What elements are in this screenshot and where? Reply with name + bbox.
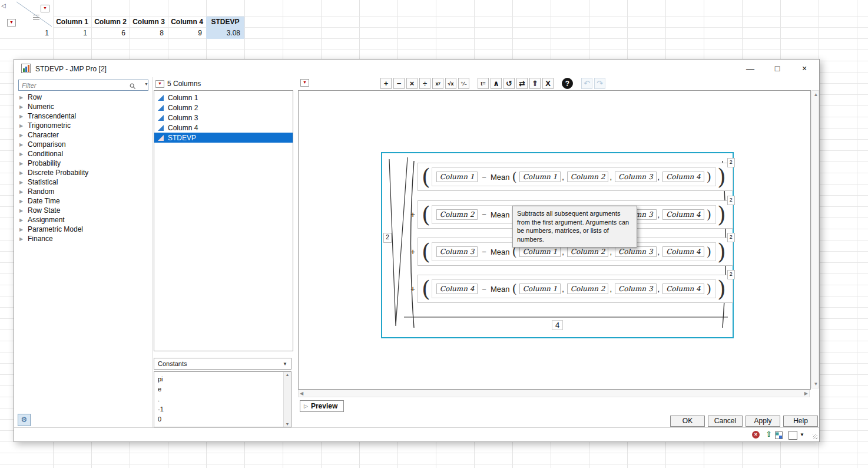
category-random[interactable]: ▶Random <box>19 187 88 196</box>
disclosure-icon[interactable]: ▶ <box>19 142 28 147</box>
sign-toggle-button[interactable]: ⁺∕₋ <box>458 78 469 89</box>
cell[interactable]: 6 <box>91 28 130 39</box>
formula-term-row[interactable]: ( Column 1 − Mean ( Column 1, Column 2, … <box>418 163 733 191</box>
disclosure-icon[interactable]: ▶ <box>19 114 28 119</box>
column-header[interactable]: Column 4 <box>168 17 206 28</box>
category-trigonometric[interactable]: ▶Trigonometric <box>19 121 88 130</box>
cell[interactable]: 8 <box>130 28 168 39</box>
constant-item[interactable]: 0 <box>154 414 291 424</box>
horizontal-scrollbar[interactable]: ◀ ▶ <box>298 390 810 397</box>
exponent-box[interactable]: 2 <box>727 233 735 242</box>
scroll-up-icon[interactable]: ▲ <box>813 92 819 97</box>
mean-function[interactable]: Mean <box>491 210 510 219</box>
mean-function[interactable]: Mean <box>491 285 510 294</box>
category-character[interactable]: ▶Character <box>19 130 88 140</box>
column-item[interactable]: Column 1 <box>154 93 293 103</box>
help-button[interactable]: Help <box>783 416 818 427</box>
scroll-up-icon[interactable]: ▲ <box>284 373 291 377</box>
disclosure-icon[interactable]: ▶ <box>19 104 28 110</box>
category-finance[interactable]: ▶Finance <box>19 234 88 243</box>
root-button[interactable]: √x <box>445 78 456 89</box>
column-item[interactable]: Column 4 <box>154 123 293 133</box>
category-conditional[interactable]: ▶Conditional <box>19 149 88 159</box>
cell[interactable]: 9 <box>168 28 206 39</box>
mean-function[interactable]: Mean <box>491 173 510 182</box>
column-ref[interactable]: Column 4 <box>662 246 704 257</box>
power-button[interactable]: xʸ <box>432 78 443 89</box>
category-statistical[interactable]: ▶Statistical <box>19 177 88 187</box>
scroll-left-icon[interactable]: ◀ <box>300 391 303 396</box>
undo-button[interactable]: ↶ <box>581 78 592 89</box>
disclosure-icon[interactable]: ▶ <box>19 133 28 138</box>
column-ref[interactable]: Column 3 <box>615 284 657 294</box>
minimize-button[interactable]: — <box>737 60 764 77</box>
column-ref[interactable]: Column 2 <box>567 172 609 182</box>
category-parametric-model[interactable]: ▶Parametric Model <box>19 225 88 234</box>
upload-icon[interactable]: ⇧ <box>766 430 772 439</box>
rows-menu-icon[interactable]: ▼ <box>7 19 16 27</box>
subtract-expression[interactable]: Column 4 − Mean ( Column 1, Column 2, Co… <box>432 279 716 298</box>
switch-terms-button[interactable]: ⇄ <box>516 78 528 89</box>
column-ref[interactable]: Column 4 <box>436 284 478 294</box>
add-button[interactable]: + <box>380 78 392 89</box>
formula-selection-box[interactable]: 2 ( Column 1 − Mean ( Column 1, Column 2… <box>381 152 734 338</box>
denominator[interactable]: 4 <box>552 320 563 330</box>
columns-menu-icon[interactable]: ▼ <box>155 80 164 88</box>
disclosure-icon[interactable]: ▶ <box>19 161 28 166</box>
cell-selected[interactable]: 3.08 <box>206 28 244 39</box>
subtract-expression[interactable]: Column 1 − Mean ( Column 1, Column 2, Co… <box>432 167 716 186</box>
filter-input[interactable] <box>18 80 148 91</box>
column-ref[interactable]: Column 3 <box>436 246 478 257</box>
redo-button[interactable]: ↷ <box>594 78 605 89</box>
exponent-box[interactable]: 2 <box>727 158 735 167</box>
delete-button[interactable]: X <box>542 78 554 89</box>
columns-panel-icon[interactable] <box>33 15 39 20</box>
column-ref[interactable]: Column 1 <box>519 172 561 182</box>
category-numeric[interactable]: ▶Numeric <box>19 102 88 111</box>
status-dropdown-icon[interactable]: ▼ <box>800 432 804 437</box>
scroll-down-icon[interactable]: ▼ <box>813 381 819 387</box>
exponent-box[interactable]: 2 <box>727 196 735 205</box>
filter-dropdown-icon[interactable]: ▼ <box>144 82 148 86</box>
scrollbar[interactable]: ▲ ▼ <box>283 372 291 427</box>
dialog-titlebar[interactable]: STDEVP - JMP Pro [2] — □ × <box>14 60 819 77</box>
column-header-selected[interactable]: STDEVP <box>206 17 244 28</box>
column-header[interactable]: Column 1 <box>53 17 91 28</box>
formula-menu-icon[interactable]: ▼ <box>300 79 309 87</box>
disclosure-icon[interactable]: ▶ <box>19 189 28 195</box>
column-ref[interactable]: Column 3 <box>615 246 657 257</box>
column-ref[interactable]: Column 2 <box>567 284 609 294</box>
disclosure-icon[interactable]: ▶ <box>19 227 28 232</box>
category-transcendental[interactable]: ▶Transcendental <box>19 111 88 121</box>
status-box-icon[interactable] <box>789 431 797 440</box>
scroll-down-icon[interactable]: ▼ <box>284 422 291 426</box>
disclosure-icon[interactable]: ▶ <box>19 217 28 223</box>
column-ref[interactable]: Column 4 <box>662 172 704 182</box>
exponent-box[interactable]: 2 <box>727 270 735 279</box>
preview-toggle[interactable]: ▷ Preview <box>300 400 344 412</box>
column-header[interactable]: Column 3 <box>130 17 168 28</box>
constant-item[interactable]: -1 <box>154 404 291 414</box>
vertical-scrollbar[interactable]: ▲ ▼ <box>811 90 819 388</box>
help-icon-button[interactable]: ? <box>562 78 573 89</box>
category-row[interactable]: ▶Row <box>19 93 88 102</box>
category-date-time[interactable]: ▶Date Time <box>19 196 88 206</box>
insert-button[interactable]: ∧ <box>491 78 502 89</box>
dynamic-reference-button[interactable]: ↺ <box>503 78 515 89</box>
scroll-right-icon[interactable]: ▶ <box>804 391 808 396</box>
root-index[interactable]: 2 <box>383 233 392 243</box>
constant-item[interactable]: e <box>154 384 291 394</box>
category-row-state[interactable]: ▶Row State <box>19 206 88 215</box>
divide-button[interactable]: ÷ <box>419 78 430 89</box>
clear-errors-icon[interactable]: × <box>752 431 760 439</box>
column-ref[interactable]: Column 3 <box>615 172 657 182</box>
subtract-button[interactable]: − <box>393 78 405 89</box>
disclosure-icon[interactable]: ▶ <box>19 151 28 157</box>
disclosure-icon[interactable]: ▶ <box>19 199 28 204</box>
column-item-selected[interactable]: STDEVP <box>154 133 293 143</box>
cancel-button[interactable]: Cancel <box>708 416 743 427</box>
column-ref[interactable]: Column 1 <box>436 172 478 182</box>
close-button[interactable]: × <box>791 60 818 77</box>
peel-expression-button[interactable]: ⇑ <box>529 78 541 89</box>
mean-function[interactable]: Mean <box>491 248 510 256</box>
